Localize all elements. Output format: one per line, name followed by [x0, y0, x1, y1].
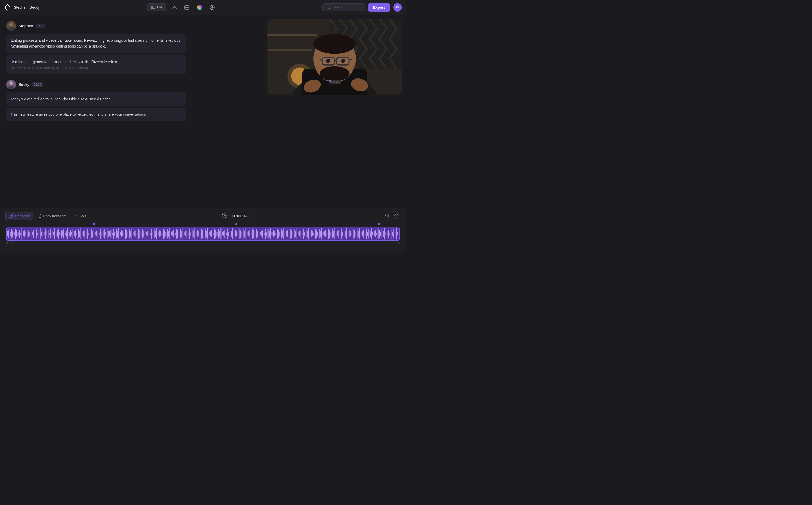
- svg-rect-326: [361, 232, 361, 235]
- svg-rect-272: [290, 229, 291, 239]
- svg-rect-72: [28, 230, 29, 237]
- speaker-block-stephen: Stephen 0:10 Editing podcasts and videos…: [6, 21, 257, 74]
- user-avatar[interactable]: B: [393, 3, 402, 12]
- svg-rect-68: [23, 231, 23, 236]
- current-time: 00:00: [232, 214, 241, 218]
- participants-button[interactable]: [169, 3, 179, 12]
- svg-rect-275: [294, 229, 295, 238]
- svg-rect-94: [57, 230, 57, 237]
- svg-rect-276: [295, 230, 296, 237]
- svg-rect-337: [375, 230, 376, 237]
- add-button[interactable]: [208, 3, 217, 12]
- svg-rect-181: [171, 232, 171, 235]
- total-time: 45:00: [244, 214, 252, 218]
- svg-rect-182: [172, 231, 173, 236]
- transcript-bubble-becky-2: This new feature gives you one place to …: [6, 108, 186, 121]
- svg-rect-264: [279, 232, 280, 235]
- svg-rect-178: [167, 229, 168, 238]
- svg-rect-258: [272, 232, 273, 235]
- waveform-track[interactable]: // This won't execute in SVG, so we'll u…: [6, 227, 400, 240]
- svg-rect-250: [261, 231, 262, 236]
- svg-rect-155: [137, 233, 137, 235]
- search-bar[interactable]: Search: [322, 3, 365, 11]
- search-label: Search: [332, 5, 343, 9]
- svg-rect-327: [362, 231, 363, 236]
- svg-rect-166: [151, 229, 152, 239]
- layout-button[interactable]: [182, 3, 191, 12]
- svg-rect-170: [156, 228, 157, 239]
- svg-rect-74: [31, 229, 31, 239]
- main-layout: Stephen 0:10 Editing podcasts and videos…: [0, 15, 406, 208]
- avatar-becky: [6, 80, 16, 89]
- svg-rect-188: [180, 229, 181, 238]
- play-button[interactable]: [220, 211, 229, 220]
- svg-rect-277: [297, 228, 297, 239]
- speaker-time-stephen: 0:10: [36, 24, 45, 28]
- svg-marker-54: [224, 215, 226, 217]
- svg-rect-217: [218, 229, 219, 238]
- svg-rect-92: [54, 228, 55, 239]
- svg-rect-263: [278, 230, 279, 238]
- svg-rect-210: [209, 232, 210, 235]
- help-button[interactable]: ?: [391, 211, 399, 219]
- playback-controls: 00:00 / 45:00: [220, 211, 252, 220]
- svg-rect-89: [50, 229, 51, 238]
- waveform-area[interactable]: ?: [5, 223, 401, 247]
- svg-rect-137: [113, 229, 114, 239]
- bubble-strikethrough-stephen-2: Don't waste time on editing all those ex…: [11, 65, 91, 70]
- speaker-block-becky: Becky 02:20 Today we are thrilled to lau…: [6, 80, 257, 121]
- svg-rect-88: [49, 233, 50, 235]
- svg-rect-197: [191, 229, 192, 238]
- svg-rect-179: [168, 230, 169, 237]
- svg-rect-255: [268, 229, 269, 238]
- svg-rect-224: [227, 229, 228, 239]
- svg-rect-286: [308, 228, 309, 239]
- svg-rect-348: [389, 233, 390, 235]
- view-label: Full: [157, 5, 162, 9]
- transcript-tab-button[interactable]: Transcript: [5, 211, 33, 220]
- svg-rect-167: [152, 232, 153, 235]
- svg-rect-81: [40, 228, 41, 239]
- svg-rect-104: [70, 230, 71, 237]
- speaker-header-stephen: Stephen 0:10: [6, 21, 257, 31]
- svg-rect-80: [38, 230, 39, 237]
- svg-rect-228: [232, 228, 233, 239]
- undo-button[interactable]: [383, 211, 391, 220]
- svg-rect-91: [53, 232, 54, 235]
- svg-rect-268: [285, 232, 285, 235]
- svg-rect-207: [205, 229, 206, 238]
- svg-rect-130: [104, 229, 105, 238]
- svg-rect-141: [118, 228, 119, 239]
- svg-rect-139: [116, 229, 117, 238]
- svg-rect-236: [243, 229, 244, 238]
- svg-rect-253: [265, 229, 266, 239]
- export-button[interactable]: Export: [368, 3, 390, 12]
- svg-rect-349: [391, 229, 391, 239]
- svg-rect-221: [223, 231, 224, 236]
- top-navigation: Stephen, Becky Full: [0, 0, 406, 15]
- play-icon: [222, 213, 227, 218]
- copy-transcript-button[interactable]: Copy transcript: [34, 212, 69, 220]
- svg-rect-234: [240, 230, 241, 238]
- svg-rect-317: [349, 230, 350, 237]
- svg-rect-246: [256, 229, 257, 238]
- waveform-marker-1: [93, 223, 95, 225]
- view-full-button[interactable]: Full: [147, 3, 166, 11]
- svg-rect-42: [329, 80, 331, 81]
- split-button[interactable]: Split: [71, 212, 89, 220]
- bubble-text-becky-1: Today we are thrilled to launch Riversid…: [11, 97, 111, 101]
- toolbar-row: Transcript Copy transcript Split: [5, 208, 401, 223]
- palette-button[interactable]: [195, 3, 204, 12]
- svg-rect-64: [18, 232, 18, 235]
- svg-rect-165: [150, 233, 151, 235]
- svg-rect-117: [87, 229, 88, 239]
- svg-rect-208: [206, 230, 207, 237]
- svg-rect-302: [329, 230, 330, 238]
- svg-text:RIVERSIDE: RIVERSIDE: [330, 81, 340, 83]
- svg-rect-59: [11, 229, 12, 238]
- svg-rect-86: [46, 231, 47, 236]
- svg-rect-176: [164, 230, 165, 238]
- svg-rect-280: [300, 230, 301, 238]
- svg-rect-180: [169, 228, 170, 239]
- svg-rect-318: [350, 231, 351, 236]
